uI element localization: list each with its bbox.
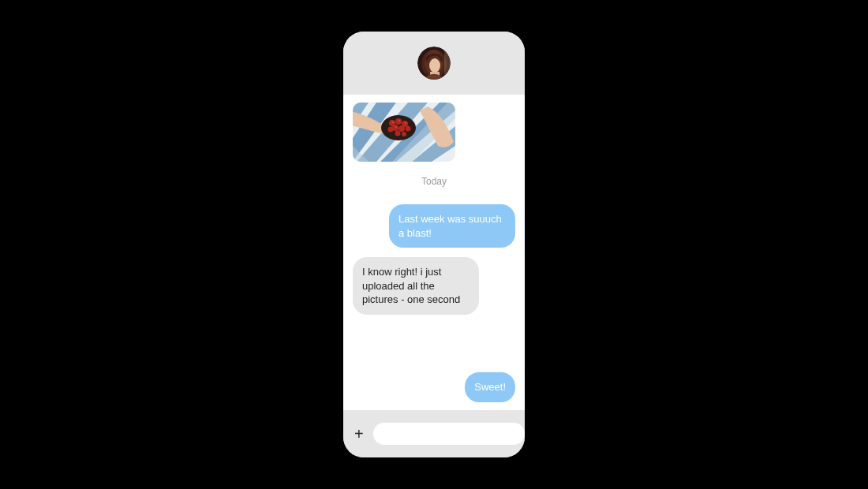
date-separator: Today <box>353 176 515 187</box>
plus-icon: + <box>354 425 364 442</box>
add-attachment-button[interactable]: + <box>354 426 364 442</box>
spacer <box>353 324 515 364</box>
svg-point-22 <box>388 127 394 133</box>
chat-header <box>343 32 525 95</box>
message-sent[interactable]: Sweet! <box>465 372 515 402</box>
svg-point-25 <box>392 121 395 124</box>
svg-point-27 <box>405 122 407 125</box>
svg-rect-6 <box>444 47 451 80</box>
svg-point-24 <box>402 132 406 136</box>
message-sent[interactable]: Last week was suuuch a blast! <box>389 204 515 248</box>
image-message[interactable] <box>353 103 455 162</box>
svg-point-26 <box>398 120 401 122</box>
svg-point-17 <box>395 118 402 125</box>
svg-point-21 <box>406 126 411 132</box>
phone-frame: Today Last week was suuuch a blast! I kn… <box>343 32 525 457</box>
chat-scroll-area[interactable]: Today Last week was suuuch a blast! I kn… <box>343 95 525 410</box>
contact-avatar[interactable] <box>417 47 451 80</box>
svg-point-20 <box>398 125 405 132</box>
svg-point-28 <box>395 126 398 129</box>
message-received[interactable]: I know right! i just uploaded all the pi… <box>353 257 479 315</box>
message-composer: + <box>343 410 525 457</box>
svg-point-23 <box>395 131 401 136</box>
svg-point-4 <box>429 58 440 73</box>
message-input[interactable] <box>373 423 525 445</box>
